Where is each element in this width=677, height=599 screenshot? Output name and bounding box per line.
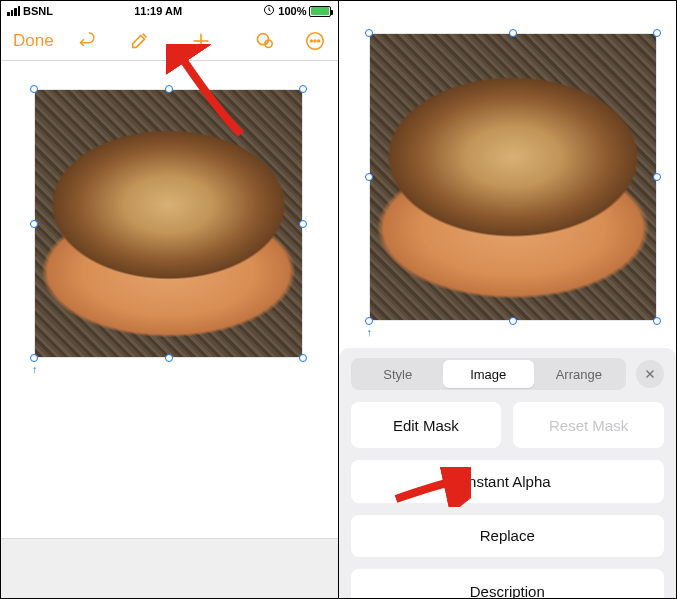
muffin-photo [35, 90, 302, 357]
carrier-label: BSNL [23, 5, 53, 17]
resize-handle[interactable] [653, 317, 661, 325]
signal-icon [7, 6, 20, 16]
format-tabs[interactable]: Style Image Arrange [351, 358, 627, 390]
battery-percent-label: 100% [278, 5, 306, 17]
resize-handle[interactable] [30, 220, 38, 228]
resize-handle[interactable] [653, 29, 661, 37]
resize-handle[interactable] [299, 220, 307, 228]
lock-icon [263, 4, 275, 18]
format-panel: Style Image Arrange Edit Mask Reset Mask… [339, 348, 677, 598]
description-button[interactable]: Description [351, 569, 665, 598]
tab-arrange[interactable]: Arrange [534, 360, 625, 388]
selected-image[interactable]: ↑ [369, 33, 657, 321]
status-bar: BSNL 11:19 AM 100% [1, 1, 338, 21]
reset-mask-button[interactable]: Reset Mask [513, 402, 664, 448]
brush-icon[interactable] [128, 30, 150, 52]
close-panel-button[interactable] [636, 360, 664, 388]
anchor-marker: ↑ [367, 326, 373, 338]
resize-handle[interactable] [30, 354, 38, 362]
muffin-photo [370, 34, 656, 320]
resize-handle[interactable] [509, 317, 517, 325]
undo-icon[interactable] [78, 31, 98, 51]
resize-handle[interactable] [165, 354, 173, 362]
resize-handle[interactable] [653, 173, 661, 181]
instant-alpha-button[interactable]: Instant Alpha [351, 460, 665, 503]
battery-icon [309, 6, 331, 17]
resize-handle[interactable] [509, 29, 517, 37]
add-icon[interactable] [190, 30, 212, 52]
resize-handle[interactable] [365, 317, 373, 325]
resize-handle[interactable] [299, 85, 307, 93]
tab-style[interactable]: Style [353, 360, 444, 388]
time-label: 11:19 AM [134, 5, 182, 17]
tab-image[interactable]: Image [443, 360, 534, 388]
resize-handle[interactable] [30, 85, 38, 93]
anchor-marker: ↑ [32, 363, 38, 375]
collaborate-icon[interactable] [252, 30, 274, 52]
resize-handle[interactable] [365, 173, 373, 181]
close-icon [644, 368, 656, 380]
svg-point-7 [314, 40, 316, 42]
replace-button[interactable]: Replace [351, 515, 665, 558]
more-icon[interactable] [304, 30, 326, 52]
edit-mask-button[interactable]: Edit Mask [351, 402, 502, 448]
svg-point-8 [317, 40, 319, 42]
selected-image[interactable]: ↑ [34, 89, 303, 358]
toolbar: Done [1, 21, 338, 61]
bottom-bar [1, 538, 338, 598]
svg-point-6 [310, 40, 312, 42]
resize-handle[interactable] [165, 85, 173, 93]
right-screenshot: ↑ Style Image Arrange Edit Mask Reset Ma… [339, 1, 677, 598]
resize-handle[interactable] [365, 29, 373, 37]
left-screenshot: BSNL 11:19 AM 100% Done [1, 1, 339, 598]
resize-handle[interactable] [299, 354, 307, 362]
done-button[interactable]: Done [13, 31, 54, 51]
